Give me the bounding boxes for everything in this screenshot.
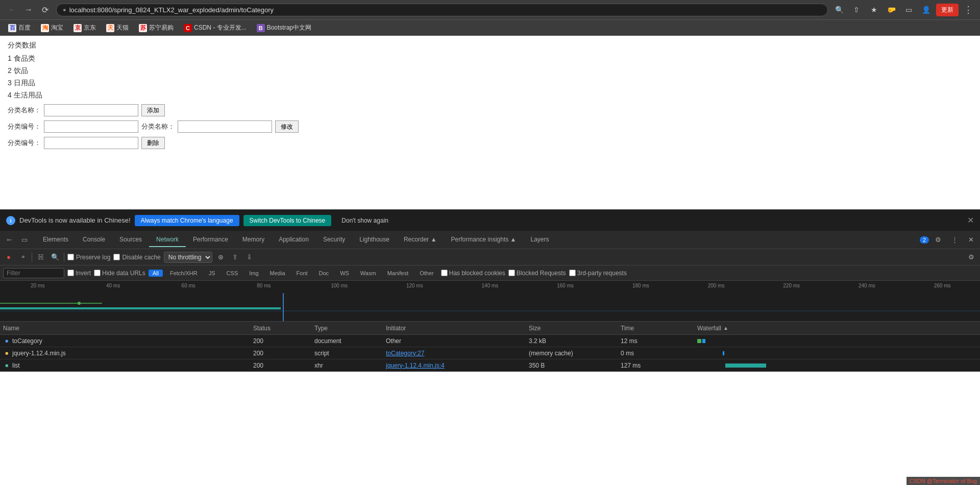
filter-doc[interactable]: Doc xyxy=(315,270,333,277)
filter-ws[interactable]: WS xyxy=(336,270,353,277)
has-blocked-input[interactable] xyxy=(441,270,448,276)
throttle-select[interactable]: No throttling xyxy=(164,252,212,263)
tab-console[interactable]: Console xyxy=(76,233,112,247)
initiator-link-2[interactable]: jquery-1.12.4.min.js:4 xyxy=(386,362,445,369)
tab-memory[interactable]: Memory xyxy=(235,233,272,247)
blocked-requests-input[interactable] xyxy=(508,270,515,276)
filter-all[interactable]: All xyxy=(149,270,163,277)
edit-name-input[interactable] xyxy=(178,120,272,133)
menu-button[interactable]: ⋮ xyxy=(962,4,975,15)
share-button[interactable]: ⇧ xyxy=(849,3,864,17)
has-blocked-checkbox[interactable]: Has blocked cookies xyxy=(441,270,505,277)
filter-other[interactable]: Other xyxy=(415,270,438,277)
table-header: Name Status Type Initiator Size Time Wat… xyxy=(0,322,980,335)
disable-cache-checkbox[interactable]: Disable cache xyxy=(113,254,160,261)
match-language-button[interactable]: Always match Chrome's language xyxy=(135,215,239,226)
edit-button[interactable]: 修改 xyxy=(275,120,299,133)
th-size[interactable]: Size xyxy=(529,325,621,332)
wifi-button[interactable]: ⊛ xyxy=(215,252,227,263)
extensions-button[interactable]: 🤛 xyxy=(884,3,898,17)
bookmark-csdn[interactable]: C CSDN - 专业开发... xyxy=(180,22,251,34)
bookmark-taobao[interactable]: 淘 淘宝 xyxy=(37,22,67,34)
invert-checkbox[interactable]: Invert xyxy=(67,270,91,277)
preserve-log-input[interactable] xyxy=(67,254,74,260)
th-status[interactable]: Status xyxy=(253,325,314,332)
network-settings-button[interactable]: ⚙ xyxy=(966,252,977,263)
device-mode-button[interactable]: ▭ xyxy=(17,233,32,247)
filter-input[interactable] xyxy=(3,268,64,278)
filter-media[interactable]: Media xyxy=(266,270,289,277)
th-waterfall[interactable]: Waterfall ▲ xyxy=(697,325,977,332)
filter-button[interactable]: ☵ xyxy=(35,252,46,263)
th-type[interactable]: Type xyxy=(314,325,386,332)
bookmark-bootstrap[interactable]: B Bootstrap中文网 xyxy=(253,22,315,34)
clear-button[interactable]: ⚬ xyxy=(17,252,29,263)
search-button[interactable]: 🔍 xyxy=(50,252,61,263)
add-button[interactable]: 添加 xyxy=(141,104,165,116)
invert-input[interactable] xyxy=(67,270,74,276)
th-name[interactable]: Name xyxy=(3,325,253,332)
tab-security[interactable]: Security xyxy=(316,233,352,247)
edit-id-input[interactable] xyxy=(44,120,138,133)
devtools-settings-button[interactable]: ⚙ xyxy=(931,233,945,247)
tab-network[interactable]: Network xyxy=(149,233,186,247)
add-name-input[interactable] xyxy=(44,104,138,116)
filter-fetch-xhr[interactable]: Fetch/XHR xyxy=(166,270,202,277)
update-button[interactable]: 更新 xyxy=(936,4,959,16)
third-party-checkbox[interactable]: 3rd-party requests xyxy=(569,270,627,277)
bookmark-tianmao[interactable]: 天 天猫 xyxy=(102,22,133,34)
hide-data-urls-input[interactable] xyxy=(94,270,101,276)
download-button[interactable]: ⇩ xyxy=(244,252,255,263)
blocked-requests-checkbox[interactable]: Blocked Requests xyxy=(508,270,566,277)
filter-manifest[interactable]: Manifest xyxy=(383,270,413,277)
filter-css[interactable]: CSS xyxy=(223,270,242,277)
upload-button[interactable]: ⇧ xyxy=(230,252,241,263)
preserve-log-checkbox[interactable]: Preserve log xyxy=(67,254,110,261)
filter-font[interactable]: Font xyxy=(292,270,312,277)
dont-show-button[interactable]: Don't show again xyxy=(335,215,395,226)
delete-button[interactable]: 删除 xyxy=(141,137,165,149)
devtools-more-button[interactable]: ⋮ xyxy=(947,233,962,247)
bookmark-button[interactable]: ★ xyxy=(867,3,881,17)
tab-recorder[interactable]: Recorder ▲ xyxy=(397,233,444,247)
tab-perf-insights[interactable]: Performance insights ▲ xyxy=(444,233,524,247)
tab-application[interactable]: Application xyxy=(272,233,316,247)
reload-button[interactable]: ⟳ xyxy=(38,3,52,17)
table-row-0[interactable]: ■ toCategory 200 document Other 3.2 kB 1… xyxy=(0,335,980,347)
address-bar[interactable]: ● localhost:8080/spring_0824_KTLX2_war_e… xyxy=(56,4,828,16)
td-type-2: xhr xyxy=(314,362,386,369)
devtools-close-button[interactable]: ✕ xyxy=(964,233,978,247)
bookmark-jd[interactable]: 京 京东 xyxy=(69,22,100,34)
tab-performance[interactable]: Performance xyxy=(186,233,235,247)
notification-close[interactable]: ✕ xyxy=(967,215,974,225)
record-button[interactable]: ● xyxy=(3,252,14,263)
bookmark-suning[interactable]: 苏 苏宁易购 xyxy=(135,22,178,34)
back-button[interactable]: ← xyxy=(5,3,19,17)
td-initiator-1[interactable]: toCategory:27 xyxy=(386,350,529,357)
forward-button[interactable]: → xyxy=(21,3,36,17)
tab-elements[interactable]: Elements xyxy=(36,233,76,247)
filter-img[interactable]: Img xyxy=(245,270,262,277)
switch-chinese-button[interactable]: Switch DevTools to Chinese xyxy=(243,215,332,226)
initiator-link-1[interactable]: toCategory:27 xyxy=(386,350,424,357)
tab-sources[interactable]: Sources xyxy=(112,233,149,247)
timeline-area[interactable]: 20 ms 40 ms 60 ms 80 ms 100 ms 120 ms 14… xyxy=(0,281,980,322)
search-button[interactable]: 🔍 xyxy=(832,3,846,17)
th-initiator[interactable]: Initiator xyxy=(386,325,529,332)
filter-wasm[interactable]: Wasm xyxy=(356,270,380,277)
bookmark-baidu[interactable]: 百 百度 xyxy=(4,22,35,34)
tab-lighthouse[interactable]: Lighthouse xyxy=(352,233,397,247)
filter-js[interactable]: JS xyxy=(205,270,219,277)
table-row-2[interactable]: ■ list 200 xhr jquery-1.12.4.min.js:4 35… xyxy=(0,359,980,372)
third-party-input[interactable] xyxy=(569,270,576,276)
split-button[interactable]: ▭ xyxy=(901,3,916,17)
disable-cache-input[interactable] xyxy=(113,254,120,260)
th-time[interactable]: Time xyxy=(621,325,697,332)
profile-button[interactable]: 👤 xyxy=(919,3,933,17)
hide-data-urls-checkbox[interactable]: Hide data URLs xyxy=(94,270,145,277)
delete-id-input[interactable] xyxy=(44,137,138,149)
td-initiator-2[interactable]: jquery-1.12.4.min.js:4 xyxy=(386,362,529,369)
tab-layers[interactable]: Layers xyxy=(523,233,556,247)
table-row-1[interactable]: ■ jquery-1.12.4.min.js 200 script toCate… xyxy=(0,347,980,359)
inspect-element-button[interactable]: ⇽ xyxy=(2,233,16,247)
